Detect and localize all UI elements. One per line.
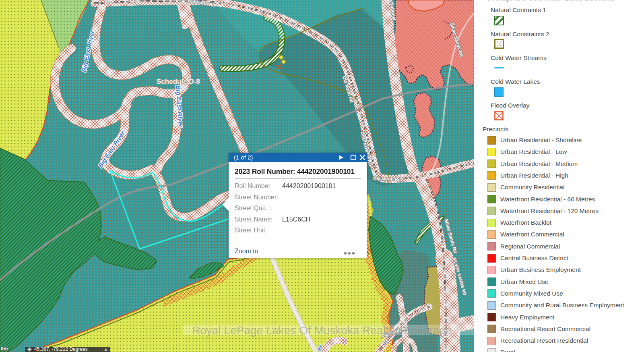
svg-text:Old North Rd: Old North Rd	[373, 176, 401, 182]
svg-text:Royal LePage Lakes Of Muskoka: Royal LePage Lakes Of Muskoka Realty, Br…	[192, 324, 452, 337]
svg-text:0m: 0m	[1, 346, 8, 352]
svg-text:Schedule D-8: Schedule D-8	[157, 78, 200, 85]
